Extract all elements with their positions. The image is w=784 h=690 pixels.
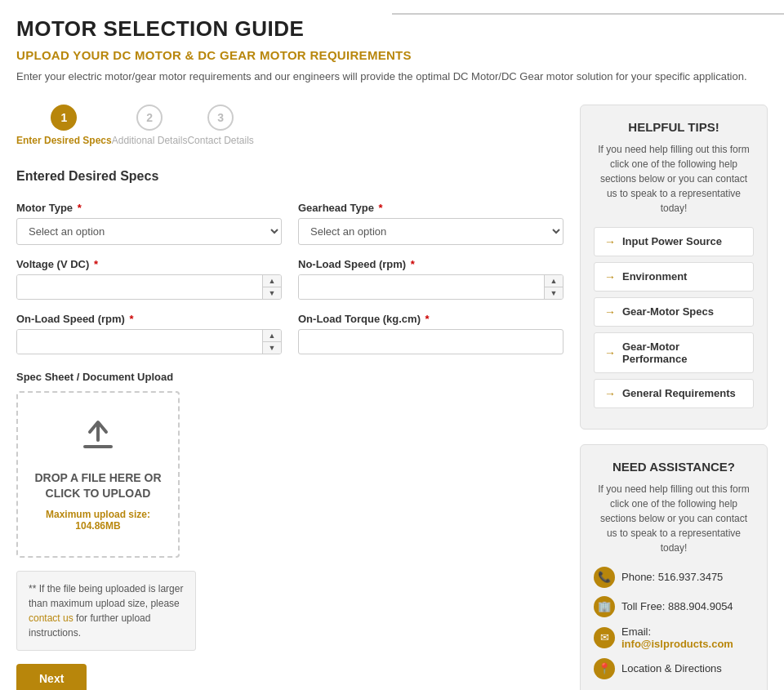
step-line-2 bbox=[392, 13, 784, 15]
upload-text: DROP A FILE HERE OR CLICK TO UPLOAD bbox=[34, 470, 162, 502]
no-load-speed-label: No-Load Speed (rpm) * bbox=[298, 258, 564, 270]
gearhead-type-required: * bbox=[376, 202, 383, 214]
sub-title: UPLOAD YOUR DC MOTOR & DC GEAR MOTOR REQ… bbox=[16, 48, 768, 62]
step-1: 1 Enter Desired Specs bbox=[16, 105, 112, 146]
motor-type-field: Motor Type * Select an option bbox=[16, 202, 282, 245]
tips-arrow-icon-4: → bbox=[604, 346, 616, 359]
tips-arrow-icon-5: → bbox=[604, 387, 616, 400]
on-load-speed-field: On-Load Speed (rpm) * ▲ ▼ bbox=[16, 313, 282, 354]
email-link[interactable]: info@islproducts.com bbox=[621, 638, 733, 650]
on-load-speed-label: On-Load Speed (rpm) * bbox=[16, 313, 282, 325]
step-1-label: Enter Desired Specs bbox=[16, 135, 112, 146]
stepper: 1 Enter Desired Specs 2 Additional Detai… bbox=[16, 105, 564, 146]
upload-section: Spec Sheet / Document Upload DROP A FILE… bbox=[16, 371, 564, 651]
assist-email-label: Email: info@islproducts.com bbox=[621, 625, 754, 650]
form-section-title: Entered Desired Specs bbox=[16, 169, 564, 187]
voltage-down-btn[interactable]: ▼ bbox=[263, 287, 281, 299]
contact-us-link[interactable]: contact us bbox=[29, 612, 74, 624]
next-button[interactable]: Next bbox=[16, 664, 87, 690]
tips-item-gear-motor-specs[interactable]: → Gear-Motor Specs bbox=[594, 297, 754, 327]
no-load-speed-down-btn[interactable]: ▼ bbox=[545, 287, 563, 299]
gearhead-type-field: Gearhead Type * Select an option bbox=[298, 202, 564, 245]
assistance-title: NEED ASSISTANCE? bbox=[594, 460, 754, 474]
on-load-torque-input[interactable] bbox=[298, 329, 564, 354]
motor-type-label: Motor Type * bbox=[16, 202, 282, 214]
voltage-label: Voltage (V DC) * bbox=[16, 258, 282, 270]
no-load-speed-field: No-Load Speed (rpm) * ▲ ▼ bbox=[298, 258, 564, 300]
tips-item-environment[interactable]: → Environment bbox=[594, 262, 754, 292]
assist-phone: 📞 Phone: 516.937.3475 bbox=[594, 567, 754, 588]
upload-max-size: Maximum upload size: 104.86MB bbox=[46, 509, 150, 532]
tips-item-input-power-source[interactable]: → Input Power Source bbox=[594, 227, 754, 256]
motor-type-required: * bbox=[74, 202, 82, 214]
step-2: 2 Additional Details bbox=[112, 105, 188, 146]
assistance-description: If you need help filling out this form c… bbox=[594, 482, 754, 555]
upload-section-title: Spec Sheet / Document Upload bbox=[16, 371, 564, 383]
voltage-input-wrapper: ▲ ▼ bbox=[16, 274, 282, 300]
voltage-up-btn[interactable]: ▲ bbox=[263, 275, 281, 287]
no-load-speed-up-btn[interactable]: ▲ bbox=[545, 275, 563, 287]
tips-arrow-icon-3: → bbox=[604, 305, 616, 318]
voltage-arrows: ▲ ▼ bbox=[262, 275, 281, 299]
assist-phone-text: Phone: 516.937.3475 bbox=[621, 571, 723, 583]
on-load-speed-down-btn[interactable]: ▼ bbox=[263, 342, 281, 354]
helpful-tips-card: HELPFUL TIPS! If you need help filling o… bbox=[580, 105, 768, 430]
tips-arrow-icon-1: → bbox=[604, 235, 616, 248]
assist-location-text: Location & Directions bbox=[621, 662, 722, 674]
building-icon: 🏢 bbox=[594, 596, 615, 617]
voltage-input[interactable] bbox=[17, 275, 262, 299]
upload-icon bbox=[79, 417, 117, 462]
gearhead-type-label: Gearhead Type * bbox=[298, 202, 564, 214]
tips-label-gear-motor-specs: Gear-Motor Specs bbox=[622, 305, 714, 318]
tips-item-gear-motor-performance[interactable]: → Gear-Motor Performance bbox=[594, 332, 754, 373]
on-load-speed-input-wrapper: ▲ ▼ bbox=[16, 329, 282, 354]
tips-item-general-requirements[interactable]: → General Requirements bbox=[594, 379, 754, 408]
assist-tollfree: 🏢 Toll Free: 888.904.9054 bbox=[594, 596, 754, 617]
svg-rect-0 bbox=[83, 445, 113, 448]
intro-text: Enter your electric motor/gear motor req… bbox=[16, 69, 768, 85]
right-column: HELPFUL TIPS! If you need help filling o… bbox=[580, 105, 768, 691]
no-load-speed-arrows: ▲ ▼ bbox=[544, 275, 563, 299]
tips-label-general-requirements: General Requirements bbox=[622, 387, 736, 399]
helpful-tips-title: HELPFUL TIPS! bbox=[594, 120, 754, 134]
step-1-circle: 1 bbox=[51, 105, 77, 131]
left-column: 1 Enter Desired Specs 2 Additional Detai… bbox=[16, 105, 564, 691]
helpful-tips-description: If you need help filling out this form c… bbox=[594, 142, 754, 216]
main-title: MOTOR SELECTION GUIDE bbox=[16, 16, 768, 42]
step-2-label: Additional Details bbox=[112, 135, 188, 146]
on-load-torque-field: On-Load Torque (kg.cm) * bbox=[298, 313, 564, 354]
assist-email: ✉ Email: info@islproducts.com bbox=[594, 625, 754, 650]
tips-label-environment: Environment bbox=[622, 270, 687, 283]
phone-icon: 📞 bbox=[594, 567, 615, 588]
step-3-label: Contact Details bbox=[187, 135, 253, 146]
on-load-speed-up-btn[interactable]: ▲ bbox=[263, 330, 281, 342]
email-icon: ✉ bbox=[594, 627, 615, 648]
no-load-speed-input-wrapper: ▲ ▼ bbox=[298, 274, 564, 300]
assistance-card: NEED ASSISTANCE? If you need help fillin… bbox=[580, 444, 768, 691]
tips-arrow-icon-2: → bbox=[604, 270, 616, 283]
assist-location[interactable]: 📍 Location & Directions bbox=[594, 658, 754, 679]
on-load-speed-input[interactable] bbox=[17, 330, 262, 354]
tips-label-input-power-source: Input Power Source bbox=[622, 235, 722, 247]
step-3: 3 Contact Details bbox=[187, 105, 253, 146]
no-load-speed-input[interactable] bbox=[299, 275, 544, 299]
voltage-field: Voltage (V DC) * ▲ ▼ bbox=[16, 258, 282, 300]
tips-label-gear-motor-performance: Gear-Motor Performance bbox=[622, 341, 743, 365]
on-load-torque-label: On-Load Torque (kg.cm) * bbox=[298, 313, 564, 325]
file-upload-box[interactable]: DROP A FILE HERE OR CLICK TO UPLOAD Maxi… bbox=[16, 391, 180, 558]
assist-tollfree-text: Toll Free: 888.904.9054 bbox=[621, 600, 733, 612]
step-3-circle: 3 bbox=[207, 105, 234, 131]
on-load-speed-arrows: ▲ ▼ bbox=[262, 330, 281, 354]
gearhead-type-select[interactable]: Select an option bbox=[298, 218, 564, 245]
location-icon: 📍 bbox=[594, 658, 615, 679]
step-2-circle: 2 bbox=[136, 105, 163, 131]
form-grid: Motor Type * Select an option Gearhead T… bbox=[16, 202, 564, 354]
motor-type-select[interactable]: Select an option bbox=[16, 218, 282, 245]
upload-note: ** If the file being uploaded is larger … bbox=[16, 571, 196, 651]
